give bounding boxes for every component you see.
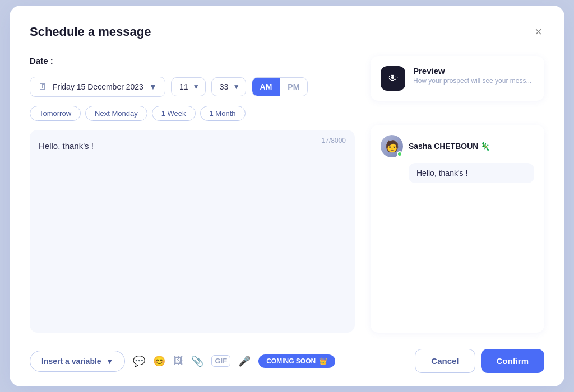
next-monday-button[interactable]: Next Monday xyxy=(85,106,147,121)
date-label: Date : xyxy=(30,56,355,66)
modal-footer: Insert a variable ▼ 💬 😊 🖼 📎 GIF 🎤 COMING… xyxy=(30,342,544,373)
coming-soon-icon: 👑 xyxy=(319,357,327,365)
footer-left: Insert a variable ▼ 💬 😊 🖼 📎 GIF 🎤 COMING… xyxy=(30,351,335,372)
right-panel: 👁 Preview How your prospect will see you… xyxy=(371,56,544,333)
gif-icon[interactable]: GIF xyxy=(211,355,230,367)
modal-header: Schedule a message × xyxy=(30,24,544,40)
modal-body: Date : 🗓 Friday 15 December 2023 ▼ 11 ▼ xyxy=(30,56,544,333)
message-area[interactable]: 17/8000 Hello, thank's ! xyxy=(30,130,355,333)
contact-card: 🧑 Sasha CHETBOUN 🦎 Hello, thank's ! xyxy=(371,125,544,333)
message-counter: 17/8000 xyxy=(322,137,346,144)
coming-soon-label: COMING SOON xyxy=(266,357,316,365)
insert-variable-chevron-icon: ▼ xyxy=(106,357,114,366)
calendar-icon: 🗓 xyxy=(38,82,47,92)
one-week-button[interactable]: 1 Week xyxy=(152,106,196,121)
hour-value: 11 xyxy=(177,82,191,91)
date-row: 🗓 Friday 15 December 2023 ▼ 11 ▼ 33 ▼ xyxy=(30,77,355,97)
right-panel-inner: 👁 Preview How your prospect will see you… xyxy=(371,56,544,333)
hour-selector[interactable]: 11 ▼ xyxy=(171,77,206,96)
contact-message-bubble: Hello, thank's ! xyxy=(409,163,534,183)
pm-button[interactable]: PM xyxy=(280,78,307,96)
paperclip-icon[interactable]: 📎 xyxy=(191,355,203,367)
avatar-emoji: 🧑 xyxy=(385,139,399,153)
insert-variable-label: Insert a variable xyxy=(41,357,101,366)
image-icon[interactable]: 🖼 xyxy=(173,355,183,367)
preview-subtitle: How your prospect will see your mess... xyxy=(413,77,531,85)
footer-right: Cancel Confirm xyxy=(415,349,544,373)
tomorrow-button[interactable]: Tomorrow xyxy=(30,106,81,121)
minute-chevron-icon: ▼ xyxy=(233,83,240,91)
modal-overlay: Schedule a message × Date : 🗓 Friday 15 … xyxy=(0,0,574,392)
online-dot xyxy=(397,151,402,157)
hour-chevron-icon: ▼ xyxy=(193,83,200,91)
preview-divider xyxy=(371,109,544,109)
minute-value: 33 xyxy=(217,82,231,91)
toolbar-icons: 💬 😊 🖼 📎 GIF 🎤 xyxy=(133,355,251,367)
one-month-button[interactable]: 1 Month xyxy=(200,106,246,121)
left-panel: Date : 🗓 Friday 15 December 2023 ▼ 11 ▼ xyxy=(30,56,355,333)
date-selector[interactable]: 🗓 Friday 15 December 2023 ▼ xyxy=(30,77,165,97)
eye-icon-box: 👁 xyxy=(381,66,405,91)
am-button[interactable]: AM xyxy=(252,78,280,96)
preview-title: Preview xyxy=(413,66,531,76)
date-chevron-icon: ▼ xyxy=(149,82,157,91)
schedule-modal: Schedule a message × Date : 🗓 Friday 15 … xyxy=(10,6,564,386)
comment-icon[interactable]: 💬 xyxy=(133,355,145,367)
preview-info: Preview How your prospect will see your … xyxy=(413,66,531,85)
contact-row: 🧑 Sasha CHETBOUN 🦎 xyxy=(381,135,534,157)
preview-card: 👁 Preview How your prospect will see you… xyxy=(371,56,544,101)
emoji-icon[interactable]: 😊 xyxy=(153,355,165,367)
message-text: Hello, thank's ! xyxy=(39,141,346,151)
mic-icon[interactable]: 🎤 xyxy=(238,355,251,367)
coming-soon-badge: COMING SOON 👑 xyxy=(258,354,335,368)
contact-avatar: 🧑 xyxy=(381,135,403,157)
confirm-button[interactable]: Confirm xyxy=(481,349,545,373)
modal-title: Schedule a message xyxy=(30,25,151,39)
quick-buttons: Tomorrow Next Monday 1 Week 1 Month xyxy=(30,106,355,121)
eye-icon: 👁 xyxy=(388,73,398,85)
ampm-toggle: AM PM xyxy=(252,77,308,96)
cancel-button[interactable]: Cancel xyxy=(415,349,475,373)
close-button[interactable]: × xyxy=(533,24,544,40)
insert-variable-button[interactable]: Insert a variable ▼ xyxy=(30,351,125,372)
minute-selector[interactable]: 33 ▼ xyxy=(211,77,246,96)
contact-name: Sasha CHETBOUN 🦎 xyxy=(409,142,490,151)
selected-date: Friday 15 December 2023 xyxy=(53,82,144,91)
